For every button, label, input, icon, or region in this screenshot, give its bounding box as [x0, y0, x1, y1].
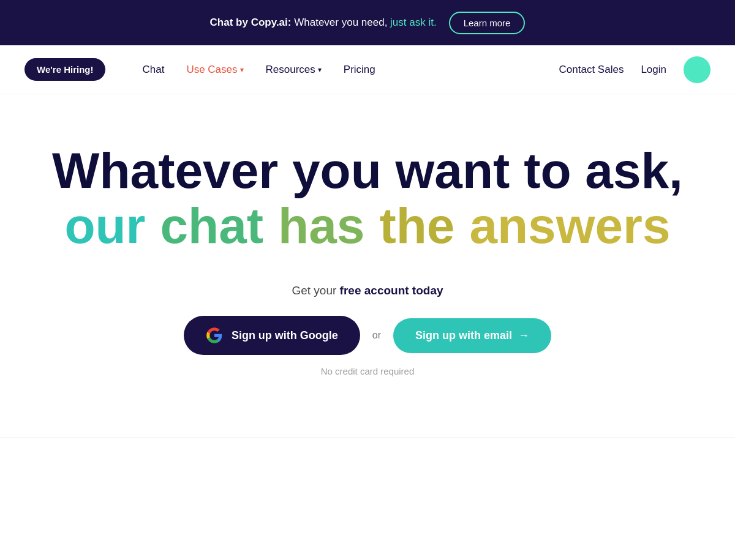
- google-icon: [206, 327, 223, 344]
- announcement-banner: Chat by Copy.ai: Whatever you need, just…: [0, 0, 735, 45]
- nav-right: Contact Sales Login: [559, 56, 710, 83]
- learn-more-button[interactable]: Learn more: [449, 12, 526, 34]
- arrow-icon: →: [518, 329, 529, 342]
- contact-sales-link[interactable]: Contact Sales: [559, 64, 624, 76]
- banner-brand: Chat by Copy.ai:: [210, 17, 292, 28]
- use-cases-label: Use Cases: [186, 64, 237, 76]
- nav-link-use-cases[interactable]: Use Cases ▾: [186, 64, 243, 76]
- nav-links: Chat Use Cases ▾ Resources ▾ Pricing: [142, 64, 375, 76]
- cta-row: Sign up with Google or Sign up with emai…: [184, 316, 551, 355]
- navbar: We're Hiring! Chat Use Cases ▾ Resources…: [0, 45, 735, 94]
- hero-headline-line1: Whatever you want to ask,: [52, 143, 683, 198]
- banner-highlight: just ask it.: [390, 17, 437, 28]
- nav-link-resources[interactable]: Resources ▾: [266, 64, 322, 76]
- signup-email-label: Sign up with email: [415, 329, 512, 342]
- banner-text: Chat by Copy.ai: Whatever you need, just…: [210, 17, 437, 29]
- hero-word-the: the: [379, 198, 454, 253]
- hero-word-chat: chat: [160, 198, 263, 253]
- resources-label: Resources: [266, 64, 315, 76]
- hero-word-our: our: [64, 198, 145, 253]
- nav-link-chat[interactable]: Chat: [142, 64, 164, 76]
- hero-subtext: Get your free account today: [292, 284, 443, 297]
- avatar[interactable]: [684, 56, 710, 83]
- hiring-button[interactable]: We're Hiring!: [24, 58, 105, 81]
- banner-tagline: Whatever you need,: [294, 17, 390, 28]
- hero-headline-line2: our chat has the answers: [64, 198, 670, 253]
- login-link[interactable]: Login: [641, 64, 666, 76]
- signup-email-button[interactable]: Sign up with email →: [393, 318, 551, 353]
- hero-subtext-bold: free account today: [340, 284, 443, 297]
- hero-section: Whatever you want to ask, our chat has t…: [0, 94, 735, 413]
- chevron-down-icon: ▾: [240, 65, 244, 74]
- hero-subtext-prefix: Get your: [292, 284, 339, 297]
- chevron-down-icon: ▾: [318, 65, 322, 74]
- nav-link-pricing[interactable]: Pricing: [344, 64, 375, 76]
- hero-word-answers: answers: [469, 198, 670, 253]
- signup-google-label: Sign up with Google: [232, 329, 338, 342]
- signup-google-button[interactable]: Sign up with Google: [184, 316, 360, 355]
- bottom-divider: [0, 438, 735, 438]
- hero-word-has: has: [278, 198, 364, 253]
- no-credit-card-text: No credit card required: [321, 366, 415, 376]
- or-divider: or: [372, 330, 381, 341]
